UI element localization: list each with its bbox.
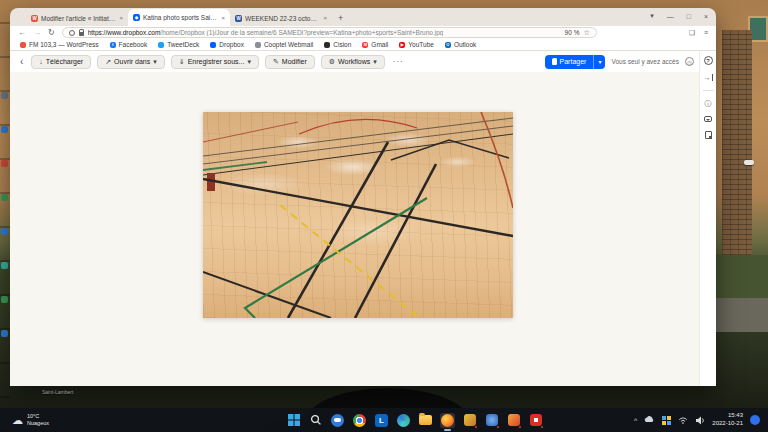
bookmark-cision[interactable]: Cision bbox=[324, 41, 351, 48]
weather-condition: Nuageux bbox=[27, 420, 49, 426]
tab-wordpress-edit[interactable]: W Modifier l'article « Initiation au × bbox=[26, 10, 128, 26]
volume-icon[interactable] bbox=[695, 415, 705, 425]
bookmark-gmail[interactable]: MGmail bbox=[362, 41, 388, 48]
back-icon[interactable]: ← bbox=[18, 29, 26, 37]
save-icon: ⇓ bbox=[179, 58, 185, 66]
tab-label: WEEKEND 22-23 octobre - Wo... bbox=[245, 15, 320, 22]
taskbar-app-button[interactable] bbox=[484, 413, 499, 428]
bookmark-fm1033[interactable]: FM 103,3 — WordPress bbox=[20, 41, 99, 48]
notification-center-badge[interactable] bbox=[750, 415, 760, 425]
download-button[interactable]: ↓Télécharger bbox=[31, 55, 91, 69]
site-info-icon[interactable] bbox=[69, 30, 75, 36]
bookmark-dropbox[interactable]: Dropbox bbox=[210, 41, 244, 48]
close-button[interactable]: × bbox=[704, 13, 708, 20]
notification-dot bbox=[496, 425, 500, 429]
edge-icon bbox=[397, 414, 410, 427]
tab-close-icon[interactable]: × bbox=[119, 15, 123, 21]
edge-button[interactable] bbox=[396, 413, 411, 428]
desktop-icon[interactable] bbox=[1, 194, 8, 201]
collections-icon[interactable]: ❏ bbox=[689, 29, 695, 37]
minimize-button[interactable]: — bbox=[667, 13, 674, 20]
back-chevron-icon[interactable]: ‹ bbox=[20, 56, 23, 67]
tweetdeck-favicon bbox=[158, 42, 164, 48]
favorite-star-icon[interactable]: ☆ bbox=[583, 29, 589, 37]
desktop-icon[interactable] bbox=[1, 126, 8, 133]
refresh-icon[interactable]: ↻ bbox=[48, 29, 55, 37]
save-as-button[interactable]: ⇓Enregistrer sous...▾ bbox=[171, 55, 259, 69]
desktop-icon[interactable] bbox=[1, 330, 8, 337]
activity-icon[interactable] bbox=[705, 131, 712, 139]
dropbox-favicon: ◆ bbox=[133, 14, 140, 21]
weather-temp: 10°C bbox=[27, 413, 39, 419]
linkedin-icon: L bbox=[375, 414, 388, 427]
notification-dot bbox=[474, 425, 478, 429]
gym-floor-photo[interactable] bbox=[203, 112, 513, 318]
folder-icon bbox=[419, 415, 432, 425]
color-tray-icon[interactable] bbox=[661, 415, 671, 425]
collapse-panel-icon[interactable]: → bbox=[704, 74, 713, 81]
desktop-icon[interactable] bbox=[1, 228, 8, 235]
desktop-icon[interactable] bbox=[1, 262, 8, 269]
tab-close-icon[interactable]: × bbox=[221, 15, 225, 21]
help-icon[interactable]: ? bbox=[704, 56, 713, 65]
tab-word-weekend[interactable]: W WEEKEND 22-23 octobre - Wo... × bbox=[230, 10, 332, 26]
share-main[interactable]: Partager bbox=[545, 55, 594, 69]
search-icon bbox=[310, 414, 322, 426]
workflows-button[interactable]: ⚙Workflows▾ bbox=[321, 55, 385, 69]
chrome-button[interactable] bbox=[352, 413, 367, 428]
open-in-button[interactable]: ↗Ouvrir dans▾ bbox=[97, 55, 165, 69]
start-button[interactable] bbox=[286, 413, 301, 428]
windows-logo-icon bbox=[288, 414, 300, 426]
url-text: https://www.dropbox.com/home/Dropbox (1)… bbox=[88, 29, 444, 36]
desktop-icon-label[interactable]: Saint-Lambert bbox=[42, 389, 73, 395]
linkedin-button[interactable]: L bbox=[374, 413, 389, 428]
comments-icon[interactable] bbox=[704, 116, 712, 122]
taskbar-app-button[interactable] bbox=[462, 413, 477, 428]
fm-favicon bbox=[20, 42, 26, 48]
search-button[interactable] bbox=[308, 413, 323, 428]
weather-widget[interactable]: ☁ 10°C Nuageux bbox=[12, 413, 49, 427]
desktop: Saint-Lambert W Modifier l'article « Ini… bbox=[0, 0, 768, 432]
cloud-icon: ☁ bbox=[12, 414, 23, 427]
firefox-button[interactable] bbox=[440, 413, 455, 428]
share-caret[interactable]: ▾ bbox=[593, 55, 605, 69]
edit-label: Modifier bbox=[282, 58, 307, 65]
bookmark-outlook[interactable]: OOutlook bbox=[445, 41, 476, 48]
hidden-icons-chevron[interactable]: ^ bbox=[634, 417, 637, 424]
clock[interactable]: 15:43 2022-10-21 bbox=[712, 412, 743, 428]
pencil-icon: ✎ bbox=[273, 58, 279, 66]
share-button[interactable]: Partager ▾ bbox=[545, 55, 606, 69]
info-icon[interactable]: ⓘ bbox=[705, 100, 712, 107]
desktop-icon[interactable] bbox=[1, 92, 8, 99]
bookmark-label: Facebook bbox=[119, 41, 148, 48]
rail-divider bbox=[703, 90, 714, 91]
lock-icon[interactable] bbox=[79, 32, 84, 36]
taskbar-app-button[interactable] bbox=[506, 413, 521, 428]
system-tray: ^ 15:43 2022 bbox=[634, 412, 760, 428]
tab-close-icon[interactable]: × bbox=[323, 15, 327, 21]
wifi-icon[interactable] bbox=[678, 415, 688, 425]
dropbox-toolbar: ‹ ↓Télécharger ↗Ouvrir dans▾ ⇓Enregistre… bbox=[10, 51, 716, 72]
tab-search-icon[interactable]: ▾ bbox=[650, 12, 654, 20]
zoom-level[interactable]: 90 % bbox=[565, 29, 580, 36]
viewer-history-icon[interactable]: ◷ bbox=[685, 57, 694, 66]
new-tab-button[interactable]: + bbox=[338, 10, 343, 26]
taskbar-app-button[interactable] bbox=[528, 413, 543, 428]
forward-icon[interactable]: → bbox=[33, 29, 41, 37]
edit-button[interactable]: ✎Modifier bbox=[265, 55, 315, 69]
desktop-icon[interactable] bbox=[1, 160, 8, 167]
bookmark-tweetdeck[interactable]: TweetDeck bbox=[158, 41, 199, 48]
file-explorer-button[interactable] bbox=[418, 413, 433, 428]
browser-menu-icon[interactable]: ≡ bbox=[704, 29, 708, 37]
url-field[interactable]: https://www.dropbox.com/home/Dropbox (1)… bbox=[62, 27, 597, 38]
bookmark-cooptel[interactable]: Cooptel Webmail bbox=[255, 41, 313, 48]
tab-dropbox-photo[interactable]: ◆ Katina photo sports Saint Brun... × bbox=[128, 9, 230, 26]
desktop-icon[interactable] bbox=[1, 296, 8, 303]
more-options-icon[interactable]: ··· bbox=[393, 57, 404, 66]
chat-button[interactable] bbox=[330, 413, 345, 428]
bookmark-facebook[interactable]: fFacebook bbox=[110, 41, 148, 48]
onedrive-tray-icon[interactable] bbox=[644, 415, 654, 425]
maximize-button[interactable]: □ bbox=[687, 13, 691, 20]
taskbar-center-icons: L bbox=[286, 413, 543, 428]
bookmark-youtube[interactable]: ▶YouTube bbox=[399, 41, 434, 48]
